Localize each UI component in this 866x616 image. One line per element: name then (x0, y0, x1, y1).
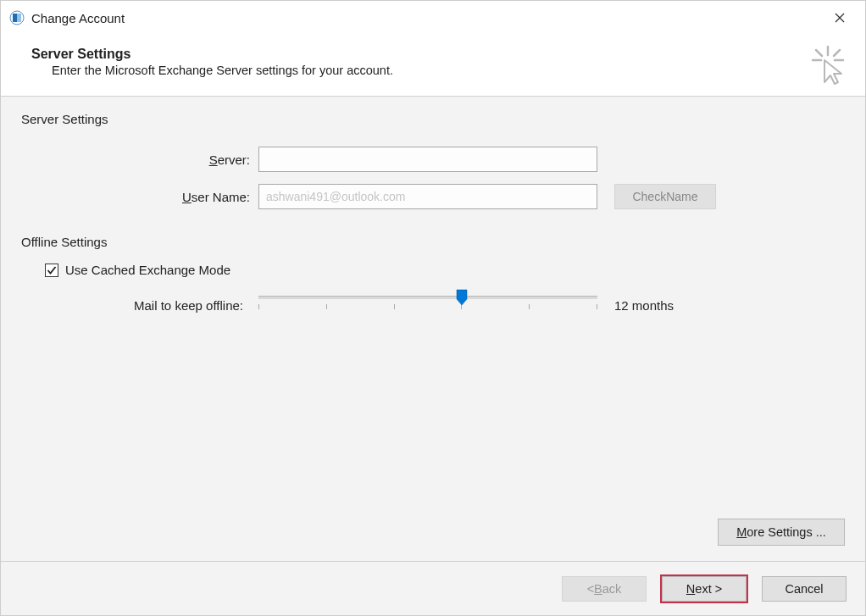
titlebar: Change Account (1, 1, 865, 35)
slider-thumb[interactable] (456, 289, 468, 306)
svg-line-9 (834, 50, 840, 56)
server-settings-group-label: Server Settings (21, 112, 845, 126)
cached-exchange-checkbox[interactable] (45, 264, 58, 277)
username-label: User Name: (21, 190, 258, 204)
dialog-body: Server Settings Server: User Name: Check… (1, 97, 865, 561)
more-settings-button[interactable]: More Settings ... (718, 519, 845, 546)
back-button[interactable]: < Back (562, 576, 647, 602)
checkmark-icon (47, 265, 57, 275)
mail-offline-value: 12 months (614, 298, 674, 313)
change-account-dialog: Change Account Server Settings Enter the… (0, 0, 866, 616)
mail-offline-slider-row: Mail to keep offline: 12 months (21, 292, 845, 318)
header-title: Server Settings (31, 47, 841, 62)
app-icon (9, 10, 25, 25)
server-input[interactable] (258, 147, 597, 172)
next-button[interactable]: Next > (662, 576, 747, 602)
cancel-button[interactable]: Cancel (762, 576, 847, 602)
slider-track (258, 296, 597, 299)
server-row: Server: (21, 147, 845, 172)
svg-rect-1 (13, 14, 17, 22)
username-input[interactable] (258, 184, 597, 209)
username-row: User Name: Check Name (21, 184, 845, 209)
svg-rect-2 (17, 14, 21, 22)
cursor-click-icon (808, 45, 848, 86)
offline-settings-section: Offline Settings Use Cached Exchange Mod… (21, 235, 845, 318)
server-label: Server: (21, 153, 258, 167)
close-icon (835, 13, 845, 23)
header-subtitle: Enter the Microsoft Exchange Server sett… (31, 64, 841, 77)
dialog-footer: < Back Next > Cancel (1, 561, 865, 615)
close-button[interactable] (821, 5, 858, 31)
window-title: Change Account (31, 11, 821, 25)
cached-exchange-label: Use Cached Exchange Mode (65, 263, 230, 277)
slider-ticks (258, 304, 597, 311)
mail-offline-label: Mail to keep offline: (21, 298, 258, 313)
offline-settings-group-label: Offline Settings (21, 235, 845, 249)
mail-offline-slider[interactable] (258, 292, 597, 318)
check-name-button[interactable]: Check Name (614, 184, 716, 209)
cached-exchange-checkbox-row[interactable]: Use Cached Exchange Mode (45, 263, 845, 277)
svg-line-8 (816, 50, 822, 56)
header-region: Server Settings Enter the Microsoft Exch… (1, 35, 865, 97)
